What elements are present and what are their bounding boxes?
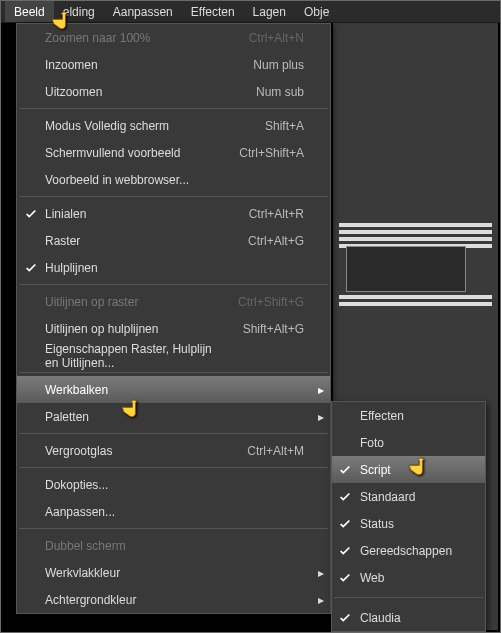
submenu-arrow-icon: ▸: [312, 566, 330, 580]
check-icon: [332, 611, 358, 625]
menu-shortcut: Shift+A: [222, 119, 312, 133]
menu-item[interactable]: Paletten▸: [17, 403, 330, 430]
menu-item[interactable]: Schermvullend voorbeeldCtrl+Shift+A: [17, 139, 330, 166]
menu-item[interactable]: Werkvlakkleur▸: [17, 559, 330, 586]
menu-item[interactable]: Modus Volledig schermShift+A: [17, 112, 330, 139]
submenu-arrow-icon: ▸: [312, 593, 330, 607]
menubar-item[interactable]: Obje: [295, 1, 338, 22]
submenu-arrow-icon: ▸: [312, 410, 330, 424]
menu-item[interactable]: Eigenschappen Raster, Hulplijn en Uitlij…: [17, 342, 330, 369]
menu-item[interactable]: Standaard: [332, 483, 485, 510]
menu-item[interactable]: Status: [332, 510, 485, 537]
menu-item[interactable]: RasterCtrl+Alt+G: [17, 227, 330, 254]
menubar-item[interactable]: Lagen: [244, 1, 295, 22]
menu-item: Uitlijnen op rasterCtrl+Shift+G: [17, 288, 330, 315]
menu-item-label: Uitzoomen: [45, 85, 222, 99]
menu-item-label: Eigenschappen Raster, Hulplijn en Uitlij…: [45, 342, 222, 370]
menu-item[interactable]: Script: [332, 456, 485, 483]
menu-separator: [19, 372, 328, 373]
menu-beeld: Zoomen naar 100%Ctrl+Alt+NInzoomenNum pl…: [16, 23, 331, 614]
menu-separator: [19, 108, 328, 109]
menu-item-label: Inzoomen: [45, 58, 222, 72]
menu-item-label: Vergrootglas: [45, 444, 222, 458]
menu-item-label: Dubbel scherm: [45, 539, 222, 553]
menubar-item[interactable]: Beeld: [5, 1, 54, 22]
menu-item[interactable]: Effecten: [332, 402, 485, 429]
submenu-arrow-icon: ▸: [312, 383, 330, 397]
menu-item-label: Modus Volledig scherm: [45, 119, 222, 133]
submenu-werkbalken: EffectenFotoScriptStandaardStatusGereeds…: [331, 401, 486, 632]
menu-shortcut: Shift+Alt+G: [222, 322, 312, 336]
menu-item-label: Zoomen naar 100%: [45, 31, 222, 45]
menubar-item[interactable]: Effecten: [182, 1, 244, 22]
menu-item[interactable]: InzoomenNum plus: [17, 51, 330, 78]
menu-item-label: Foto: [358, 436, 467, 450]
menu-shortcut: Num sub: [222, 85, 312, 99]
menubar-item[interactable]: elding: [54, 1, 104, 22]
menu-item-label: Effecten: [358, 409, 467, 423]
menu-separator: [19, 433, 328, 434]
menu-item[interactable]: Hulplijnen: [17, 254, 330, 281]
menu-item-label: Claudia: [358, 611, 467, 625]
menu-item[interactable]: Voorbeeld in webbrowser...: [17, 166, 330, 193]
menu-item[interactable]: Gereedschappen: [332, 537, 485, 564]
canvas-logo: [346, 246, 466, 292]
menu-item-label: Standaard: [358, 490, 467, 504]
menu-item-label: Script: [358, 463, 467, 477]
menu-shortcut: Ctrl+Alt+M: [222, 444, 312, 458]
check-icon: [332, 463, 358, 477]
menubar-item[interactable]: Aanpassen: [104, 1, 182, 22]
menu-item[interactable]: Web: [332, 564, 485, 591]
menu-shortcut: Ctrl+Alt+G: [222, 234, 312, 248]
menu-item[interactable]: Uitlijnen op hulplijnenShift+Alt+G: [17, 315, 330, 342]
menu-separator: [334, 597, 483, 598]
menu-item-label: Raster: [45, 234, 222, 248]
menu-shortcut: Ctrl+Alt+R: [222, 207, 312, 221]
menu-item[interactable]: Aanpassen...: [17, 498, 330, 525]
check-icon: [332, 544, 358, 558]
menu-item-label: Uitlijnen op hulplijnen: [45, 322, 222, 336]
menu-item[interactable]: Claudia: [332, 604, 485, 631]
menu-shortcut: Ctrl+Shift+G: [222, 295, 312, 309]
menu-item-label: Status: [358, 517, 467, 531]
menu-shortcut: Ctrl+Alt+N: [222, 31, 312, 45]
menu-item[interactable]: Dokopties...: [17, 471, 330, 498]
menu-item[interactable]: Achtergrondkleur▸: [17, 586, 330, 613]
menu-separator: [19, 528, 328, 529]
menu-item-label: Paletten: [45, 410, 222, 424]
menu-item[interactable]: UitzoomenNum sub: [17, 78, 330, 105]
menu-item-label: Gereedschappen: [358, 544, 467, 558]
menu-item[interactable]: Foto: [332, 429, 485, 456]
menubar: BeeldeldingAanpassenEffectenLagenObje: [1, 1, 500, 23]
menu-separator: [19, 467, 328, 468]
menu-separator: [19, 284, 328, 285]
menu-item-label: Uitlijnen op raster: [45, 295, 222, 309]
check-icon: [332, 571, 358, 585]
menu-item-label: Werkbalken: [45, 383, 222, 397]
menu-item-label: Schermvullend voorbeeld: [45, 146, 222, 160]
check-icon: [332, 517, 358, 531]
menu-item: Dubbel scherm: [17, 532, 330, 559]
menu-item-label: Voorbeeld in webbrowser...: [45, 173, 222, 187]
menu-item-label: Dokopties...: [45, 478, 222, 492]
menu-item-label: Aanpassen...: [45, 505, 222, 519]
menu-item[interactable]: LinialenCtrl+Alt+R: [17, 200, 330, 227]
menu-item-label: Achtergrondkleur: [45, 593, 222, 607]
menu-shortcut: Ctrl+Shift+A: [222, 146, 312, 160]
check-icon: [17, 261, 45, 275]
menu-item-label: Hulplijnen: [45, 261, 222, 275]
check-icon: [332, 490, 358, 504]
menu-item[interactable]: VergrootglasCtrl+Alt+M: [17, 437, 330, 464]
menu-item: Zoomen naar 100%Ctrl+Alt+N: [17, 24, 330, 51]
menu-item[interactable]: Werkbalken▸: [17, 376, 330, 403]
menu-item-label: Werkvlakkleur: [45, 566, 222, 580]
check-icon: [17, 207, 45, 221]
menu-item-label: Web: [358, 571, 467, 585]
menu-separator: [19, 196, 328, 197]
menu-item-label: Linialen: [45, 207, 222, 221]
menu-shortcut: Num plus: [222, 58, 312, 72]
